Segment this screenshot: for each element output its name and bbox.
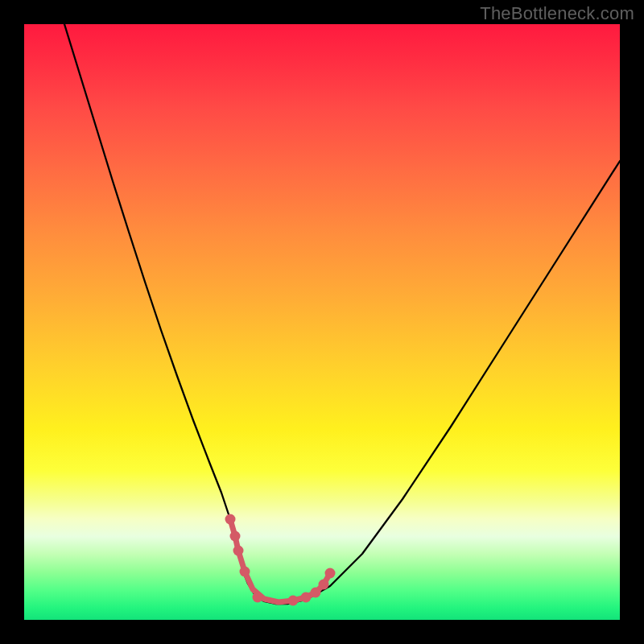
optimal-range-dot <box>325 568 336 579</box>
optimal-range-dot <box>240 567 250 577</box>
optimal-range-dot <box>253 592 263 603</box>
chart-svg <box>24 24 620 620</box>
optimal-range-dot <box>288 596 299 606</box>
optimal-range-dot <box>233 546 244 556</box>
chart-frame: TheBottleneck.com <box>0 0 644 644</box>
bottleneck-curve <box>64 24 620 604</box>
plot-area <box>24 24 620 620</box>
optimal-range-dot <box>225 514 236 525</box>
optimal-range-dot <box>319 580 329 590</box>
optimal-range-dot <box>230 531 241 542</box>
watermark-text: TheBottleneck.com <box>480 3 634 24</box>
optimal-range-dot <box>301 592 312 603</box>
optimal-range-dot <box>311 588 321 598</box>
